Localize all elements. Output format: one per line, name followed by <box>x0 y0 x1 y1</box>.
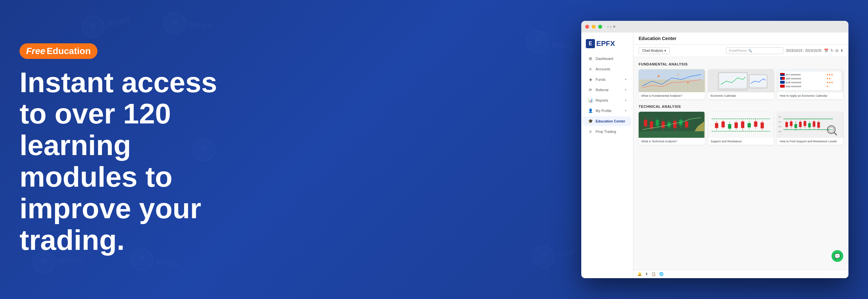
ta3-chart-svg: 320 310 300 290 <box>777 112 843 138</box>
free-education-badge: Free Education <box>20 43 97 59</box>
chevron-down-icon: ▾ <box>625 78 626 81</box>
card-ta2-image <box>708 112 774 138</box>
bottom-bar: 🔔 ⬇ 📋 🌐 <box>633 270 848 278</box>
download-icon[interactable]: ⬇ <box>645 272 648 276</box>
svg-text:AUD ########: AUD ######## <box>786 85 802 88</box>
svg-rect-45 <box>639 131 704 138</box>
date-range: 2023/10/19 - 2023/10/26 <box>786 49 822 53</box>
globe-icon[interactable]: 🌐 <box>659 272 664 276</box>
svg-text:★: ★ <box>827 85 829 88</box>
technical-analysis-section: TECHNICAL ANALYSIS <box>639 105 843 145</box>
browser-mockup: ‹ › ✕ E EPFX ⊞ Dashboard ≡ Accounts <box>581 21 848 278</box>
ta1-chart-svg <box>639 112 705 138</box>
browser-close-icon[interactable]: ✕ <box>613 25 616 29</box>
forward-icon[interactable]: › <box>610 25 611 29</box>
chevron-down-icon: ▾ <box>625 99 626 102</box>
refresh-icon[interactable]: ↻ <box>831 48 834 53</box>
card-fa3[interactable]: JPY ######## GBP ######## EUR ######## <box>777 69 843 99</box>
sidebar-item-referral[interactable]: ⟳ Referral ▾ <box>583 85 631 95</box>
hero-heading: Instant access to over 120 learning modu… <box>20 67 228 256</box>
funds-icon: ◈ <box>588 77 593 82</box>
toolbar: Chart Analysis ▾ Email/Name 🔍 2023/10/19… <box>633 45 848 57</box>
card-fa1-image <box>639 69 705 92</box>
sidebar-item-funds[interactable]: ◈ Funds ▾ <box>583 75 631 85</box>
chevron-down-icon: ▾ <box>625 88 626 92</box>
card-ta1-label: What is Technical Analysis? <box>639 138 705 145</box>
reports-icon: 📊 <box>588 98 593 103</box>
sidebar-item-reports[interactable]: 📊 Reports ▾ <box>583 95 631 105</box>
fundamental-cards-row: What is Fundamental Analysis? <box>639 69 843 99</box>
app-layout: E EPFX ⊞ Dashboard ≡ Accounts ◈ Funds ▾ <box>581 33 848 278</box>
sidebar-item-label: Funds <box>596 77 606 81</box>
card-ta2[interactable]: Support and Resistance <box>708 112 774 145</box>
svg-point-4 <box>687 82 689 84</box>
svg-rect-68 <box>761 123 764 128</box>
svg-rect-93 <box>813 122 815 127</box>
sidebar-item-dashboard[interactable]: ⊞ Dashboard <box>583 54 631 64</box>
fa2-chart-svg <box>708 70 774 92</box>
download-icon[interactable]: ⬇ <box>840 48 843 53</box>
fa1-chart-svg <box>639 70 705 92</box>
main-content: Education Center Chart Analysis ▾ Email/… <box>633 33 848 278</box>
chart-analysis-label: Chart Analysis <box>642 49 663 53</box>
chat-button[interactable]: 💬 <box>832 250 843 262</box>
browser-bar: ‹ › ✕ <box>581 21 848 33</box>
card-ta1[interactable]: What is Technical Analysis? <box>639 112 705 145</box>
left-section: Free Education Instant access to over 12… <box>20 0 228 299</box>
sidebar-item-accounts[interactable]: ≡ Accounts <box>583 64 631 74</box>
close-dot[interactable] <box>585 25 589 29</box>
sidebar-item-prop-trading[interactable]: ≡ Prop Trading <box>583 127 631 136</box>
svg-point-2 <box>657 75 659 77</box>
date-range-text: 2023/10/19 - 2023/10/26 <box>786 49 822 53</box>
sidebar-item-label: Prop Trading <box>596 130 616 134</box>
svg-rect-20 <box>780 81 785 84</box>
svg-text:★★★: ★★★ <box>827 81 834 84</box>
toolbar-icons: 📅 ↻ ⊟ ⬇ <box>824 48 843 53</box>
referral-icon: ⟳ <box>588 88 593 92</box>
svg-text:★★: ★★ <box>827 77 831 80</box>
svg-rect-34 <box>656 120 659 126</box>
app-logo: E EPFX <box>581 36 633 54</box>
logo-icon: E <box>586 39 595 48</box>
card-fa2[interactable]: Economic Calendar <box>708 69 774 99</box>
card-ta2-label: Support and Resistance <box>708 138 774 145</box>
svg-rect-15 <box>780 73 785 75</box>
app-name: EPFX <box>596 39 615 48</box>
fa3-chart-svg: JPY ######## GBP ######## EUR ######## <box>777 70 843 92</box>
content-body: FUNDAMENTAL ANALYSIS <box>633 57 848 270</box>
svg-point-3 <box>677 74 679 75</box>
card-ta3[interactable]: 320 310 300 290 <box>777 112 843 145</box>
svg-rect-54 <box>715 123 718 128</box>
svg-rect-58 <box>728 124 731 129</box>
prop-trading-icon: ≡ <box>588 129 593 134</box>
accounts-icon: ≡ <box>588 67 593 71</box>
calendar-icon[interactable]: 📅 <box>824 48 829 53</box>
svg-rect-30 <box>644 120 647 126</box>
svg-text:EUR ########: EUR ######## <box>786 81 802 84</box>
card-ta3-image: 320 310 300 290 <box>777 112 843 138</box>
sidebar-item-education-center[interactable]: 🎓 Education Center <box>583 116 631 126</box>
svg-rect-9 <box>750 75 766 87</box>
sidebar-item-my-profile[interactable]: 👤 My Profile ▾ <box>583 106 631 115</box>
search-placeholder: Email/Name <box>729 49 746 53</box>
back-icon[interactable]: ‹ <box>607 25 609 29</box>
filter-icon[interactable]: ⊟ <box>835 48 838 53</box>
maximize-dot[interactable] <box>598 25 602 29</box>
chart-analysis-button[interactable]: Chart Analysis ▾ <box>639 47 670 54</box>
sidebar-item-label: Dashboard <box>596 57 613 61</box>
chevron-down-icon: ▾ <box>664 49 666 53</box>
svg-rect-95 <box>817 122 820 128</box>
svg-rect-44 <box>685 122 688 127</box>
svg-text:310: 310 <box>778 121 782 123</box>
fundamental-analysis-section: FUNDAMENTAL ANALYSIS <box>639 62 843 99</box>
card-fa1-label: What is Fundamental Analysis? <box>639 92 705 99</box>
svg-rect-83 <box>790 122 793 126</box>
search-box[interactable]: Email/Name 🔍 <box>726 47 783 54</box>
minimize-dot[interactable] <box>592 25 596 29</box>
bell-icon[interactable]: 🔔 <box>637 272 642 276</box>
svg-rect-81 <box>785 122 788 127</box>
badge-free-text: Free <box>26 46 45 56</box>
card-fa1[interactable]: What is Fundamental Analysis? <box>639 69 705 99</box>
copy-icon[interactable]: 📋 <box>651 272 656 276</box>
dashboard-icon: ⊞ <box>588 56 593 61</box>
